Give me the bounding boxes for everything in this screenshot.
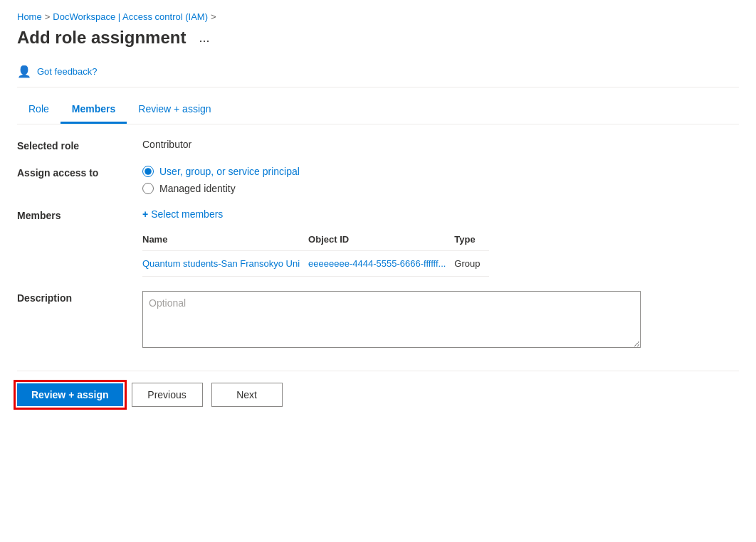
feedback-icon: 👤	[17, 65, 31, 78]
breadcrumb-workspace[interactable]: DocWorkspace | Access control (IAM)	[53, 11, 208, 22]
feedback-label: Got feedback?	[37, 66, 98, 77]
tab-members[interactable]: Members	[61, 96, 127, 124]
members-table-head: Name Object ID Type	[142, 228, 489, 251]
page-title-row: Add role assignment ...	[17, 28, 739, 48]
tab-role[interactable]: Role	[17, 96, 61, 124]
radio-managed-input[interactable]	[142, 183, 154, 194]
footer-actions: Review + assign Previous Next	[17, 371, 739, 407]
ellipsis-button[interactable]: ...	[194, 29, 214, 47]
radio-managed-label: Managed identity	[159, 183, 236, 194]
members-table: Name Object ID Type Quantum students-San…	[142, 228, 489, 277]
feedback-bar[interactable]: 👤 Got feedback?	[17, 59, 739, 87]
col-objectid: Object ID	[308, 228, 454, 251]
col-type: Type	[454, 228, 488, 251]
breadcrumb: Home > DocWorkspace | Access control (IA…	[17, 11, 739, 22]
breadcrumb-sep1: >	[45, 11, 51, 22]
radio-user-input[interactable]	[142, 166, 154, 177]
table-row: Quantum students-San Fransokyo Uni eeeee…	[142, 251, 489, 277]
breadcrumb-home[interactable]: Home	[17, 11, 42, 22]
radio-group: User, group, or service principal Manage…	[142, 166, 300, 194]
breadcrumb-sep2: >	[211, 11, 216, 22]
radio-option-managed[interactable]: Managed identity	[142, 183, 300, 194]
description-row: Description	[17, 291, 739, 348]
page-wrapper: Home > DocWorkspace | Access control (IA…	[0, 0, 756, 542]
radio-option-user[interactable]: User, group, or service principal	[142, 166, 300, 177]
tab-review-assign[interactable]: Review + assign	[127, 96, 222, 124]
form-section: Selected role Contributor Assign access …	[17, 139, 739, 348]
plus-icon: +	[142, 208, 148, 220]
selected-role-label: Selected role	[17, 139, 131, 152]
cell-type: Group	[454, 251, 488, 277]
description-input[interactable]	[142, 291, 641, 348]
cell-objectid: eeeeeeee-4444-5555-6666-ffffff...	[308, 251, 454, 277]
select-members-label: Select members	[151, 208, 223, 220]
page-title: Add role assignment	[17, 28, 186, 48]
next-button[interactable]: Next	[211, 383, 283, 407]
selected-role-value: Contributor	[142, 139, 191, 150]
members-table-header-row: Name Object ID Type	[142, 228, 489, 251]
members-label: Members	[17, 208, 131, 221]
members-table-body: Quantum students-San Fransokyo Uni eeeee…	[142, 251, 489, 277]
select-members-button[interactable]: + Select members	[142, 208, 489, 220]
selected-role-row: Selected role Contributor	[17, 139, 739, 152]
col-name: Name	[142, 228, 308, 251]
previous-button[interactable]: Previous	[132, 383, 203, 407]
assign-access-label: Assign access to	[17, 166, 131, 179]
cell-name: Quantum students-San Fransokyo Uni	[142, 251, 308, 277]
review-assign-button[interactable]: Review + assign	[17, 383, 123, 406]
radio-user-label: User, group, or service principal	[159, 166, 300, 177]
members-row: Members + Select members Name Object ID …	[17, 208, 739, 277]
description-label: Description	[17, 291, 131, 304]
tabs-row: Role Members Review + assign	[17, 96, 739, 124]
members-section: + Select members Name Object ID Type Qua…	[142, 208, 489, 277]
assign-access-row: Assign access to User, group, or service…	[17, 166, 739, 194]
